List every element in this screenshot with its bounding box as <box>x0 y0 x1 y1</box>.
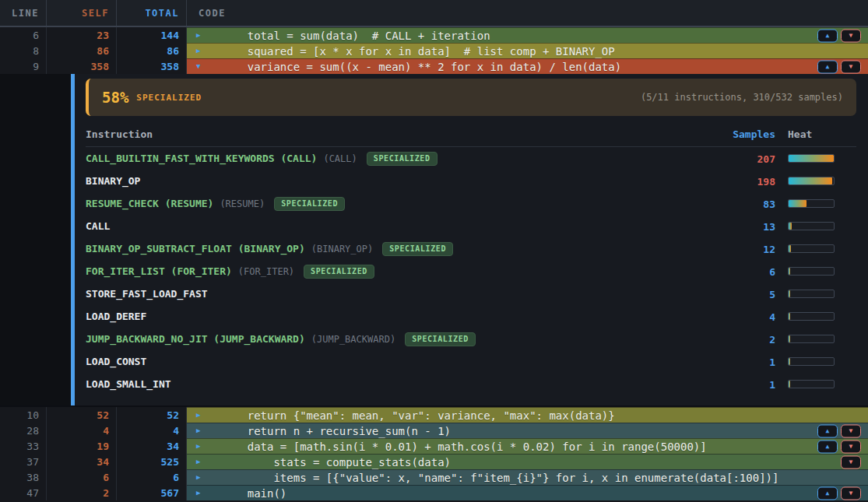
instruction-row: LOAD_DEREF 4 <box>86 305 856 328</box>
instruction-table: Instruction Samples Heat CALL_BUILTIN_FA… <box>86 122 856 395</box>
code-text: items = [{"value": x, "name": f"item_{i}… <box>221 472 778 484</box>
specialized-badge: SPECIALIZED <box>405 332 476 346</box>
instruction-name: BINARY_OP_SUBTRACT_FLOAT (BINARY_OP) <box>86 243 305 255</box>
up-arrow-icon: ▲ <box>826 490 830 497</box>
jump-down-button[interactable]: ▼ <box>841 440 861 453</box>
line-number: 37 <box>0 454 47 469</box>
heat-bar-fill <box>789 268 790 275</box>
self-samples: 23 <box>47 27 117 43</box>
heat-bar <box>788 312 835 321</box>
instruction-name: CALL <box>86 220 110 232</box>
sample-count: 4 <box>769 311 775 323</box>
heat-bar-fill <box>789 313 790 320</box>
jump-down-button[interactable]: ▼ <box>841 424 861 437</box>
down-arrow-icon: ▼ <box>849 444 853 450</box>
sample-count: 12 <box>763 244 775 255</box>
jump-up-button[interactable]: ▲ <box>817 440 838 453</box>
jump-up-button[interactable]: ▲ <box>817 424 838 437</box>
table-row-line-47: 47 2 567 ▶ main() ▲ ▼ <box>0 485 868 500</box>
jump-down-button[interactable]: ▼ <box>841 486 861 500</box>
line-number: 28 <box>0 423 47 438</box>
code-text: main() <box>221 487 286 500</box>
up-arrow-icon: ▲ <box>826 33 830 39</box>
total-samples: 4 <box>117 423 187 438</box>
table-row-line-10: 10 52 52 ▶ return {"mean": mean, "var": … <box>0 407 868 423</box>
instruction-row: CALL 13 <box>86 215 856 237</box>
code-cell[interactable]: ▶ stats = compute_stats(data) ▼ <box>187 454 868 469</box>
heat-bar <box>788 154 835 163</box>
specialized-label: SPECIALIZED <box>136 93 202 103</box>
instruction-row: RESUME_CHECK (RESUME) (RESUME) SPECIALIZ… <box>86 192 856 215</box>
jump-down-button[interactable]: ▼ <box>841 455 861 469</box>
line-number: 6 <box>0 27 47 43</box>
expander-expanded-icon[interactable]: ▼ <box>196 63 204 70</box>
line-number: 10 <box>0 407 47 423</box>
code-cell[interactable]: ▶ return n + recursive_sum(n - 1) ▲ ▼ <box>187 423 868 438</box>
heat-bar-fill <box>789 335 790 342</box>
expander-collapsed-icon[interactable]: ▶ <box>196 427 204 434</box>
sample-count: 1 <box>769 356 775 368</box>
self-samples: 4 <box>47 423 117 438</box>
code-cell[interactable]: ▶ main() ▲ ▼ <box>187 485 868 500</box>
specialization-detail: (5/11 instructions, 310/532 samples) <box>641 92 843 103</box>
code-cell[interactable]: ▶ data = [math.sin(i * 0.01) + math.cos(… <box>187 438 868 454</box>
code-rows-bottom: 10 52 52 ▶ return {"mean": mean, "var": … <box>0 405 868 500</box>
expander-collapsed-icon[interactable]: ▶ <box>196 458 204 465</box>
line-number: 9 <box>0 58 47 74</box>
expander-collapsed-icon[interactable]: ▶ <box>196 474 204 481</box>
table-row-line-33: 33 19 34 ▶ data = [math.sin(i * 0.01) + … <box>0 438 868 454</box>
instruction-row: BINARY_OP 198 <box>86 170 856 192</box>
expander-collapsed-icon[interactable]: ▶ <box>196 32 204 39</box>
total-samples: 34 <box>117 438 187 454</box>
base-opcode: (CALL) <box>323 153 357 164</box>
heat-bar-fill <box>789 223 792 230</box>
code-cell[interactable]: ▶ items = [{"value": x, "name": f"item_{… <box>187 469 868 485</box>
jump-up-button[interactable]: ▲ <box>817 486 838 500</box>
heat-bar <box>788 290 835 298</box>
sample-count: 198 <box>757 176 775 188</box>
instruction-name: LOAD_CONST <box>86 356 146 367</box>
jump-up-button[interactable]: ▲ <box>817 60 838 73</box>
base-opcode: (RESUME) <box>220 198 265 209</box>
code-rows-top: 6 23 144 ▶ total = sum(data) # CALL + it… <box>0 27 868 74</box>
heat-bar-fill <box>789 358 790 365</box>
jump-down-button[interactable]: ▼ <box>841 29 861 42</box>
line-number: 8 <box>0 43 47 58</box>
code-cell[interactable]: ▶ return {"mean": mean, "var": variance,… <box>187 407 868 423</box>
table-row-line-37: 37 34 525 ▶ stats = compute_stats(data) … <box>0 454 868 469</box>
code-cell[interactable]: ▶ squared = [x * x for x in data] # list… <box>187 43 868 58</box>
table-header: LINE SELF TOTAL CODE <box>0 0 868 27</box>
specialized-badge: SPECIALIZED <box>367 152 438 166</box>
heat-bar <box>788 177 835 185</box>
expanded-detail-section: 58% SPECIALIZED (5/11 instructions, 310/… <box>0 74 868 405</box>
expander-collapsed-icon[interactable]: ▶ <box>196 412 204 419</box>
jump-down-button[interactable]: ▼ <box>841 60 861 73</box>
specialized-badge: SPECIALIZED <box>382 242 453 256</box>
column-header-self: SELF <box>47 0 117 26</box>
expander-collapsed-icon[interactable]: ▶ <box>196 443 204 450</box>
code-text: squared = [x * x for x in data] # list c… <box>221 45 615 58</box>
code-cell[interactable]: ▼ variance = sum((x - mean) ** 2 for x i… <box>187 58 868 74</box>
instruction-name: RESUME_CHECK (RESUME) <box>86 198 213 209</box>
total-samples: 52 <box>117 407 187 423</box>
heat-bar-fill <box>789 245 791 252</box>
instruction-row: STORE_FAST_LOAD_FAST 5 <box>86 283 856 305</box>
instruction-name: BINARY_OP <box>86 175 140 187</box>
code-cell[interactable]: ▶ total = sum(data) # CALL + iteration ▲… <box>187 27 868 43</box>
heat-bar <box>788 357 835 366</box>
code-text: stats = compute_stats(data) <box>221 456 451 469</box>
instruction-name: FOR_ITER_LIST (FOR_ITER) <box>86 265 232 277</box>
heat-bar-fill <box>789 177 832 184</box>
table-row-line-28: 28 4 4 ▶ return n + recursive_sum(n - 1)… <box>0 423 868 438</box>
down-arrow-icon: ▼ <box>849 64 853 70</box>
line-number: 47 <box>0 485 47 500</box>
sample-count: 1 <box>769 379 775 391</box>
expander-collapsed-icon[interactable]: ▶ <box>196 47 204 54</box>
jump-up-button[interactable]: ▲ <box>817 29 838 42</box>
self-samples: 34 <box>47 454 117 469</box>
instruction-row: LOAD_SMALL_INT 1 <box>86 373 856 395</box>
specialized-percent: 58% <box>102 89 128 106</box>
self-samples: 6 <box>47 469 117 485</box>
sample-count: 5 <box>769 289 775 300</box>
expander-collapsed-icon[interactable]: ▶ <box>196 490 204 497</box>
